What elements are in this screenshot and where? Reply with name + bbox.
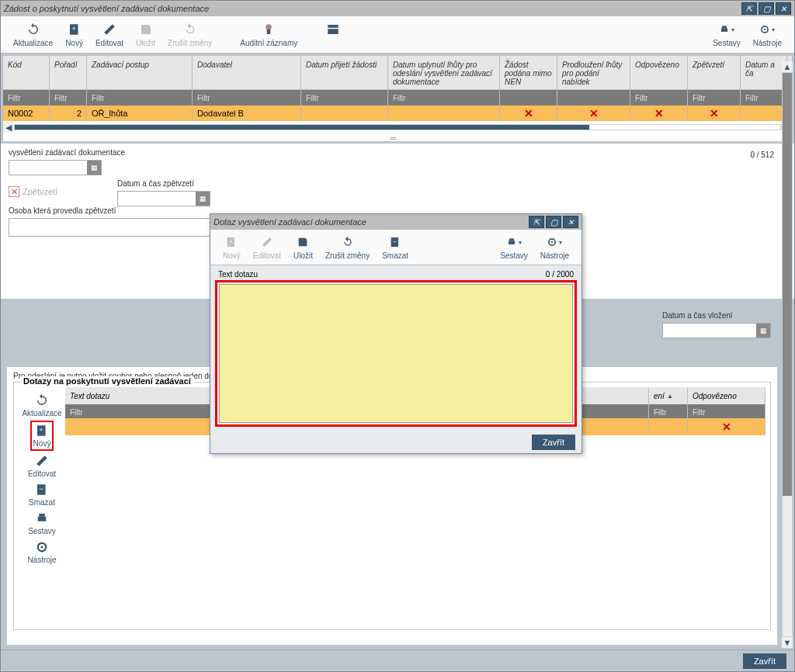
pin-button[interactable]: ⇱ xyxy=(741,2,757,15)
inner-th-ins[interactable]: ení▲ xyxy=(649,387,688,404)
side-toolbar: Aktualizace + Nový Editovat − Smazat xyxy=(19,387,65,625)
svg-rect-3 xyxy=(267,29,271,34)
filter-cell[interactable]: Filtr xyxy=(388,90,500,106)
th-supplier[interactable]: Dodavatel xyxy=(193,56,301,89)
side-tools-button[interactable]: Nástroje xyxy=(26,539,57,566)
modal-window-controls: ⇱ ▢ ✕ xyxy=(529,216,578,228)
reports-button[interactable]: ▾ Sestavy xyxy=(706,20,747,49)
modal-counter-row: Text dotazu 0 / 2000 xyxy=(215,270,577,279)
filter-cell[interactable]: Filtr xyxy=(87,90,193,106)
th-answered[interactable]: Odpovězeno xyxy=(630,56,688,89)
new-button[interactable]: + Nový xyxy=(59,20,89,49)
modal-reports-button[interactable]: ▾ Sestavy xyxy=(494,233,534,262)
filter-cell[interactable]: Filtr xyxy=(301,90,388,106)
modal-char-counter: 0 / 2000 xyxy=(546,270,574,279)
filter-cell[interactable] xyxy=(557,90,630,106)
print-icon: ▾ xyxy=(719,22,734,37)
side-reports-button[interactable]: Sestavy xyxy=(26,510,57,537)
modal-close-window-button[interactable]: ✕ xyxy=(563,216,578,228)
table-row[interactable]: N0002 2 OŘ_lhůta Dodavatel B ✕ ✕ ✕ ✕ xyxy=(3,106,792,121)
x-icon: ✕ xyxy=(654,107,664,120)
th-code[interactable]: Kód xyxy=(3,56,50,89)
label-date-withdraw: Datum a čas zpětvzetí xyxy=(117,179,273,188)
filter-cell[interactable]: Filtr xyxy=(50,90,87,106)
inner-cell-answered: ✕ xyxy=(688,418,765,435)
label-explain: vysvětlení zadávací dokumentace xyxy=(9,148,210,157)
modal-cancel-button[interactable]: Zrušit změny xyxy=(319,233,376,262)
scroll-left-icon[interactable]: ◀ xyxy=(3,122,14,133)
modal-tools-button[interactable]: ▾ Nástroje xyxy=(534,233,575,262)
vscroll-track[interactable] xyxy=(782,72,793,637)
th-date-received[interactable]: Datum přijetí žádosti xyxy=(301,56,388,89)
modal-save-button[interactable]: Uložit xyxy=(287,233,319,262)
th-order[interactable]: Pořadí xyxy=(50,56,87,89)
date-input-insert[interactable]: ▦ xyxy=(662,323,771,338)
modal-maximize-button[interactable]: ▢ xyxy=(546,216,561,228)
refresh-button[interactable]: Aktualizace xyxy=(7,20,59,49)
checkbox-withdrawn[interactable]: ✕ xyxy=(9,186,19,197)
filter-cell[interactable]: Filtr xyxy=(688,90,741,106)
side-edit-button[interactable]: Editovat xyxy=(26,452,57,480)
cell-procedure: OŘ_lhůta xyxy=(87,106,193,121)
modal-delete-button[interactable]: − Smazat xyxy=(376,233,415,262)
filter-cell[interactable] xyxy=(500,90,557,106)
scroll-thumb[interactable] xyxy=(15,125,589,130)
svg-rect-14 xyxy=(38,517,47,521)
th-withdrawn[interactable]: Zpětvzetí xyxy=(688,56,741,89)
modal-pin-button[interactable]: ⇱ xyxy=(529,216,544,228)
svg-point-25 xyxy=(551,241,553,243)
modal-title: Dotaz vysvětlení zadávací dokumentace xyxy=(214,217,366,227)
cell-date-received xyxy=(301,106,388,121)
scroll-down-icon[interactable]: ▼ xyxy=(782,637,793,648)
filter-cell[interactable]: Filtr xyxy=(3,90,50,106)
vscroll-thumb[interactable] xyxy=(783,73,792,496)
modal-toolbar: + Nový Editovat Uložit Zrušit změny − Sm… xyxy=(210,230,581,265)
svg-rect-4 xyxy=(328,25,339,28)
refresh-icon xyxy=(26,22,41,37)
show-button[interactable] xyxy=(319,20,347,49)
th-deadline[interactable]: Datum uplynutí lhůty pro odeslání vysvět… xyxy=(388,56,500,89)
cell-order: 2 xyxy=(50,106,87,121)
th-procedure[interactable]: Zadávací postup xyxy=(87,56,193,89)
filter-cell[interactable]: Filtr xyxy=(649,404,688,420)
th-outside-nen[interactable]: Žádost podána mimo NEN xyxy=(500,56,557,89)
collapse-handle[interactable]: ═⮟ xyxy=(3,133,792,141)
modal-close-button[interactable]: Zavřít xyxy=(532,435,575,450)
undo-icon xyxy=(182,22,198,37)
query-modal: Dotaz vysvětlení zadávací dokumentace ⇱ … xyxy=(210,213,582,454)
svg-text:−: − xyxy=(40,485,43,493)
svg-point-9 xyxy=(764,29,765,30)
query-text-input[interactable] xyxy=(219,284,573,423)
gear-icon: ▾ xyxy=(759,22,775,37)
filter-cell[interactable]: Filtr xyxy=(741,90,787,106)
th-extend[interactable]: Prodloužení lhůty pro podání nabídek xyxy=(557,56,630,89)
cell-outside-nen: ✕ xyxy=(500,106,557,121)
vertical-scrollbar[interactable]: ▲ ▼ xyxy=(782,61,793,648)
side-new-button[interactable]: + Nový xyxy=(30,421,54,451)
edit-button[interactable]: Editovat xyxy=(89,20,130,49)
scroll-track[interactable] xyxy=(14,124,781,130)
tools-button[interactable]: ▾ Nástroje xyxy=(747,20,788,49)
calendar-icon[interactable]: ▦ xyxy=(196,192,210,206)
audit-button[interactable]: Auditní záznamy xyxy=(234,20,304,49)
side-delete-button[interactable]: − Smazat xyxy=(27,481,57,508)
calendar-icon[interactable]: ▦ xyxy=(756,324,770,338)
filter-cell[interactable]: Filtr xyxy=(688,404,765,420)
filter-cell[interactable]: Filtr xyxy=(193,90,301,106)
filter-cell[interactable]: Filtr xyxy=(630,90,688,106)
maximize-button[interactable]: ▢ xyxy=(759,2,774,15)
date-input-deadline[interactable]: ▦ xyxy=(9,160,102,175)
cell-deadline xyxy=(388,106,500,121)
cell-answered: ✕ xyxy=(630,106,688,121)
date-insert-group: Datum a čas vložení ▦ xyxy=(662,311,771,338)
scroll-up-icon[interactable]: ▲ xyxy=(782,61,793,72)
close-window-button[interactable]: ✕ xyxy=(776,2,791,15)
inner-th-answered[interactable]: Odpovězeno xyxy=(688,387,765,404)
calendar-icon[interactable]: ▦ xyxy=(87,161,101,175)
modal-body: Text dotazu 0 / 2000 xyxy=(210,265,581,431)
main-close-button[interactable]: Zavřít xyxy=(743,653,786,669)
side-refresh-button[interactable]: Aktualizace xyxy=(20,392,63,419)
date-input-withdraw[interactable]: ▦ xyxy=(117,191,210,206)
th-datetime[interactable]: Datum a ča xyxy=(741,56,787,89)
horizontal-scrollbar[interactable]: ◀ ▶ xyxy=(3,121,792,133)
